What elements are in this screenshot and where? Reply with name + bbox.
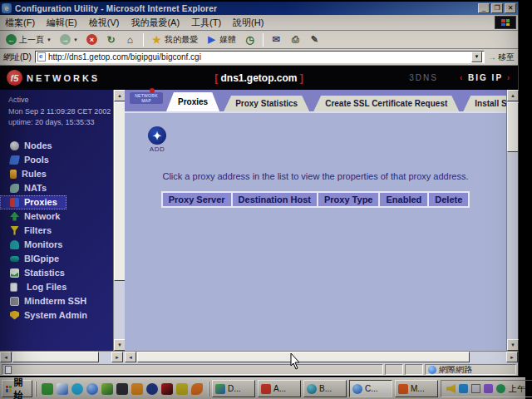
main-vertical-scrollbar[interactable]: ▲ ▼ bbox=[506, 90, 518, 351]
main-scroll-thumb[interactable] bbox=[507, 102, 519, 152]
quick-launch-icon-7[interactable] bbox=[131, 383, 143, 395]
col-proxy-server: Proxy Server bbox=[162, 192, 232, 207]
sidebar-item-filters[interactable]: Filters bbox=[0, 224, 125, 238]
tab-install-ssl-certificate[interactable]: Install SSL Certif bbox=[463, 96, 506, 111]
stop-button[interactable]: × bbox=[84, 33, 100, 46]
main-horizontal-scrollbar[interactable]: ◄ ► bbox=[125, 351, 518, 363]
tray-icon-messenger[interactable] bbox=[459, 384, 468, 393]
app-icon bbox=[215, 384, 225, 394]
menu-file[interactable]: 檔案(F) bbox=[5, 17, 35, 29]
home-button[interactable]: ⌂ bbox=[122, 33, 138, 46]
sidebar-item-network[interactable]: Network bbox=[0, 209, 125, 224]
start-button[interactable]: 開始 bbox=[2, 380, 32, 397]
nodes-icon bbox=[10, 141, 19, 150]
tab-proxy-statistics[interactable]: Proxy Statistics bbox=[224, 96, 309, 111]
mail-button[interactable]: ✉ bbox=[268, 33, 284, 46]
menu-edit[interactable]: 編輯(E) bbox=[47, 17, 77, 29]
quick-launch-icon-4[interactable] bbox=[86, 383, 98, 395]
quick-launch-icon-8[interactable] bbox=[146, 383, 158, 395]
sidebar-item-monitors[interactable]: Monitors bbox=[0, 238, 125, 252]
quick-launch-icon-6[interactable] bbox=[116, 383, 128, 395]
scroll-down-icon[interactable]: ▼ bbox=[507, 339, 519, 351]
sidebar-item-nodes[interactable]: Nodes bbox=[0, 139, 125, 153]
internet-globe-icon bbox=[428, 366, 436, 374]
refresh-icon: ↻ bbox=[106, 34, 116, 45]
taskbar-window-2[interactable]: A... bbox=[258, 380, 301, 397]
sidebar-item-nats[interactable]: NATs bbox=[0, 181, 125, 195]
favorites-button[interactable]: ★ 我的最愛 bbox=[149, 33, 200, 47]
history-button[interactable]: ◷ bbox=[242, 33, 258, 46]
back-dropdown-icon[interactable]: ▼ bbox=[47, 37, 52, 42]
status-message-panel bbox=[2, 364, 383, 375]
minimize-button[interactable]: _ bbox=[478, 3, 490, 13]
maximize-button[interactable]: ❐ bbox=[491, 3, 503, 13]
taskbar-grip[interactable] bbox=[35, 382, 37, 397]
scroll-down-icon[interactable]: ▼ bbox=[114, 339, 125, 351]
sidebar-item-statistics[interactable]: Statistics bbox=[0, 266, 125, 280]
menu-view[interactable]: 檢視(V) bbox=[89, 17, 120, 29]
start-label: 開始 bbox=[14, 377, 26, 399]
taskbar-grip[interactable] bbox=[208, 382, 209, 397]
address-input[interactable]: http://dns1.getop.com/bigipgui/bigconf.c… bbox=[35, 51, 485, 63]
print-button[interactable]: ⎙ bbox=[288, 33, 303, 46]
go-button[interactable]: → 移至 bbox=[488, 52, 515, 63]
forward-button[interactable]: → ▼ bbox=[57, 33, 81, 46]
sidebar: Active Mon Sep 2 11:09:28 CET 2002 uptim… bbox=[0, 90, 125, 351]
address-dropdown-icon[interactable]: ▼ bbox=[471, 52, 482, 62]
tab-proxies[interactable]: Proxies bbox=[166, 92, 219, 111]
quick-launch-icon-5[interactable] bbox=[101, 383, 113, 395]
quick-launch-icon-3[interactable] bbox=[71, 383, 83, 395]
taskbar-window-1[interactable]: D... bbox=[212, 380, 255, 397]
taskbar-window-5[interactable]: M... bbox=[395, 380, 438, 397]
tray-icon-network[interactable] bbox=[496, 384, 505, 393]
windows-flag-icon bbox=[501, 19, 510, 26]
scroll-up-icon[interactable]: ▲ bbox=[507, 90, 519, 101]
sidebar-item-rules[interactable]: Rules bbox=[0, 167, 125, 181]
close-button[interactable]: ✕ bbox=[505, 3, 516, 13]
quick-launch-icon-10[interactable] bbox=[176, 383, 188, 395]
menu-tools[interactable]: 工具(T) bbox=[191, 17, 221, 29]
scroll-up-icon[interactable]: ▲ bbox=[114, 90, 125, 101]
tab-create-ssl-certificate-request[interactable]: Create SSL Certificate Request bbox=[313, 96, 459, 111]
sidebar-scroll-thumb[interactable] bbox=[114, 102, 125, 281]
media-button[interactable]: ▶ 媒體 bbox=[204, 33, 239, 47]
tray-icon-app[interactable] bbox=[484, 384, 493, 393]
taskbar-windows: D... A... B... C... M... bbox=[212, 380, 438, 397]
scroll-left-icon[interactable]: ◄ bbox=[0, 352, 12, 362]
edit-button[interactable]: ✎ bbox=[307, 33, 323, 46]
sidebar-horizontal-scrollbar[interactable]: ◄ ► bbox=[0, 351, 125, 363]
menu-favorites[interactable]: 我的最愛(A) bbox=[131, 17, 180, 29]
sidebar-item-pools[interactable]: Pools bbox=[0, 153, 125, 167]
address-url[interactable]: http://dns1.getop.com/bigipgui/bigconf.c… bbox=[48, 52, 469, 62]
sidebar-item-mindterm-ssh[interactable]: Mindterm SSH bbox=[0, 294, 125, 308]
menu-help[interactable]: 說明(H) bbox=[233, 17, 264, 29]
sidebar-vertical-scrollbar[interactable]: ▲ ▼ bbox=[113, 90, 125, 351]
sidebar-item-system-admin[interactable]: System Admin bbox=[0, 308, 125, 323]
network-map-button[interactable]: NETWORK MAP bbox=[130, 91, 163, 111]
volume-icon[interactable] bbox=[446, 384, 456, 393]
scroll-right-icon[interactable]: ► bbox=[506, 352, 518, 362]
back-button[interactable]: ← 上一頁 ▼ bbox=[3, 33, 54, 47]
add-plus-icon: ✦ bbox=[148, 126, 166, 145]
sidebar-hscroll-thumb[interactable] bbox=[12, 352, 99, 362]
sidebar-item-bigpipe[interactable]: BIGpipe bbox=[0, 252, 125, 266]
sidebar-item-label: Nodes bbox=[24, 140, 52, 150]
taskbar-window-3[interactable]: B... bbox=[303, 380, 347, 397]
tray-icon-display[interactable] bbox=[471, 384, 480, 393]
forward-dropdown-icon[interactable]: ▼ bbox=[73, 37, 78, 42]
scroll-left-icon[interactable]: ◄ bbox=[125, 352, 136, 362]
taskbar-window-4[interactable]: C... bbox=[349, 380, 392, 397]
proxies-icon bbox=[10, 198, 19, 207]
quick-launch-icon-2[interactable] bbox=[57, 383, 68, 395]
main-hscroll-thumb[interactable] bbox=[137, 352, 470, 362]
sidebar-item-proxies[interactable]: Proxies bbox=[0, 195, 66, 209]
refresh-button[interactable]: ↻ bbox=[103, 33, 119, 46]
quick-launch-icon-1[interactable] bbox=[42, 383, 53, 395]
sidebar-item-log-files[interactable]: Log Files bbox=[0, 280, 125, 294]
quick-launch-icon-11[interactable] bbox=[191, 383, 203, 395]
sidebar-item-label: Network bbox=[24, 211, 60, 221]
scroll-right-icon[interactable]: ► bbox=[111, 352, 123, 362]
status-zone-panel: 網際網路 bbox=[425, 364, 516, 375]
quick-launch-icon-9[interactable] bbox=[161, 383, 173, 395]
add-proxy-button[interactable]: ✦ ADD bbox=[143, 126, 171, 153]
